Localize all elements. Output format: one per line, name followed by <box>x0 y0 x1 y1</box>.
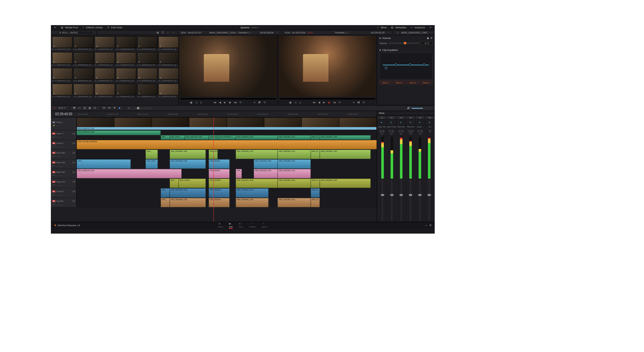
insert-clip-icon[interactable]: ⬒ <box>73 107 76 110</box>
pan-control[interactable] <box>406 119 415 126</box>
audio-clip[interactable]: A003_03061240_C004 <box>77 169 182 178</box>
audio-clip[interactable]: A002_… <box>161 198 170 207</box>
timeline-ruler[interactable]: 02:29:43:20 02:16:10:0902:18:47:2802:21:… <box>51 111 377 117</box>
mark-out-icon[interactable]: ▷ <box>200 101 204 104</box>
solo-button[interactable]: ⚲ <box>56 193 59 195</box>
lock-icon[interactable]: ▭ <box>59 173 62 176</box>
lock-icon[interactable]: ▭ <box>59 154 62 157</box>
fit-clip-icon[interactable]: ▦ <box>89 107 92 110</box>
speaker-icon[interactable]: 🔊 <box>407 107 410 110</box>
media-thumbnail[interactable]: A_4_2018-03-19_1014… <box>95 52 115 67</box>
audio-clip[interactable]: A002_03010402_C010 <box>254 169 278 178</box>
source-zoom[interactable]: 32% <box>181 31 186 34</box>
audio-clip[interactable]: A002_03010405_C011 <box>278 159 311 169</box>
lock-icon[interactable]: 🔒 <box>52 124 55 126</box>
mute-button[interactable]: M <box>52 202 55 205</box>
more-icon[interactable]: ⋯ <box>172 31 175 34</box>
menu-icon[interactable]: ▾ <box>53 26 57 29</box>
insert-icon[interactable]: ⇥ <box>352 101 355 104</box>
volume-slider[interactable] <box>388 43 419 43</box>
zoom-slider[interactable] <box>133 108 152 109</box>
audio-clip[interactable]: A002_03010405_C011 <box>278 179 311 188</box>
insert-icon[interactable]: ⇥ <box>253 101 256 104</box>
mute-button[interactable]: M <box>429 130 431 132</box>
media-thumbnail[interactable]: A_4_2018-03-19_1009… <box>158 36 179 51</box>
audio-clip[interactable]: A002_03010339_C002 <box>170 159 206 169</box>
stop-icon[interactable]: ■ <box>224 101 227 104</box>
mute-button[interactable]: M <box>52 183 55 186</box>
home-icon[interactable]: ⌂ <box>425 224 427 227</box>
pan-control[interactable] <box>396 119 406 126</box>
media-thumbnail[interactable]: A_4_2018-03-19_1011… <box>52 52 72 67</box>
append-clip-icon[interactable]: ⊟ <box>94 107 97 110</box>
lock-icon[interactable]: ▭ <box>59 164 62 166</box>
mark-in-icon[interactable]: ◁ <box>294 101 298 104</box>
track-header-a8[interactable]: A8Sub Mic2.0M⚲▭ <box>51 198 77 207</box>
solo-button[interactable]: ⚲ <box>56 183 59 186</box>
page-fairlight[interactable]: ♫Fairlight <box>249 222 256 229</box>
audio-clip[interactable]: IODM LIVE MEL MAR2016 <box>77 140 377 149</box>
link-icon[interactable]: ⚯ <box>108 107 111 110</box>
settings-icon[interactable]: ⚙ <box>429 224 431 227</box>
timeline-name[interactable]: Timeline 1 <box>335 31 346 34</box>
track-header-a3[interactable]: A3Room Mic2.0M⚲▭ <box>51 150 77 159</box>
page-color[interactable]: ◉Color <box>239 222 243 229</box>
media-thumbnail[interactable]: A_4_2018-03-19_1003… <box>95 36 115 51</box>
bin-path-input[interactable] <box>58 31 93 34</box>
mute-button[interactable]: M <box>52 154 55 157</box>
audio-clip[interactable]: A002_03010405_C011 <box>278 198 311 207</box>
reset-icon[interactable]: ↺ <box>430 37 432 40</box>
lock-icon[interactable]: ▭ <box>59 183 62 186</box>
audio-clip[interactable]: A002_030103… <box>179 179 206 188</box>
prev-frame-icon[interactable]: ◀ <box>219 101 222 104</box>
solo-button[interactable]: ⚲ <box>56 135 59 137</box>
loop-icon[interactable]: ↻ <box>339 101 342 104</box>
eq-band-button[interactable]: Band 1 <box>379 80 392 84</box>
audio-clip[interactable]: A003_03061240_C004 <box>77 130 161 135</box>
audio-clip[interactable]: A002_03010402_C010 <box>254 159 278 169</box>
mute-button[interactable]: M <box>401 130 404 132</box>
eq-band-button[interactable]: Band 3 <box>406 80 419 84</box>
audio-clip[interactable]: A002_… <box>161 188 170 198</box>
lock-icon[interactable]: ▭ <box>59 135 62 137</box>
grid-view-icon[interactable]: ▦ <box>156 31 159 34</box>
audio-clip[interactable]: A002_03011… <box>170 135 185 140</box>
trim-tool-icon[interactable]: ⊏⊐ <box>59 107 62 110</box>
eq-band-button[interactable]: Band 2 <box>393 80 405 84</box>
replace-icon[interactable]: ⟲ <box>263 101 267 104</box>
audio-clip[interactable]: A002_03010402_C010 <box>236 150 278 159</box>
timeline-view-icon[interactable]: ▭ <box>128 107 131 110</box>
overwrite-icon[interactable]: ⬒ <box>258 101 261 104</box>
more-icon[interactable]: ⋯ <box>387 31 390 34</box>
edit-index-toggle[interactable]: ☰Edit Index <box>107 26 123 29</box>
media-thumbnail[interactable]: A_4_2018-03-19_1021… <box>158 52 179 67</box>
audio-clip[interactable]: A002_… <box>77 159 131 169</box>
audio-clip[interactable]: A002_03010352_C007 <box>320 150 371 159</box>
blade-tool-icon[interactable]: ✂ <box>64 107 67 110</box>
audio-clip[interactable]: A002_03… <box>311 198 320 207</box>
audio-clip[interactable]: A002_03010405_C011 <box>278 169 311 178</box>
track-header-a5[interactable]: A5Booth Mic2.0M⚲▭ <box>51 169 77 178</box>
audio-clip[interactable]: A002_0301034… <box>209 179 230 188</box>
audio-clip[interactable]: A002_03… <box>311 135 320 140</box>
arrow-tool-icon[interactable]: ↖ <box>53 107 57 110</box>
more-icon[interactable]: ⋯ <box>429 107 432 110</box>
solo-button[interactable]: S <box>389 130 391 132</box>
audio-clip[interactable]: A002_03010402_C010 <box>236 198 269 207</box>
media-thumbnail[interactable]: A_4_2018-03-19_1001… <box>52 36 72 51</box>
expand-icon[interactable]: ▾ <box>429 26 432 29</box>
first-frame-icon[interactable]: ⏮ <box>214 101 217 104</box>
inspector-toggle[interactable]: ✂Inspector <box>410 26 425 29</box>
audio-clip[interactable]: A002_03010402_C010 <box>236 135 278 140</box>
track-header-v1[interactable]: V1Video 1 🔒▭ <box>51 117 77 130</box>
first-frame-icon[interactable]: ⏮ <box>313 101 316 104</box>
audio-clip[interactable]: A002_03010339_C002 <box>185 135 209 140</box>
play-icon[interactable]: ▶ <box>229 101 232 104</box>
audio-clip[interactable]: A002_03010352_C007 <box>320 135 371 140</box>
media-thumbnail[interactable]: A_4_2018-03-19_1038… <box>116 84 136 98</box>
more-icon[interactable]: ⋯ <box>430 31 433 34</box>
audio-clip[interactable]: A002_03010405_C011 <box>278 135 311 140</box>
page-deliver[interactable]: ✈Deliver <box>262 222 268 229</box>
audio-clip[interactable]: A002_0301034… <box>209 198 230 207</box>
timeline-scrubber[interactable] <box>279 98 375 99</box>
